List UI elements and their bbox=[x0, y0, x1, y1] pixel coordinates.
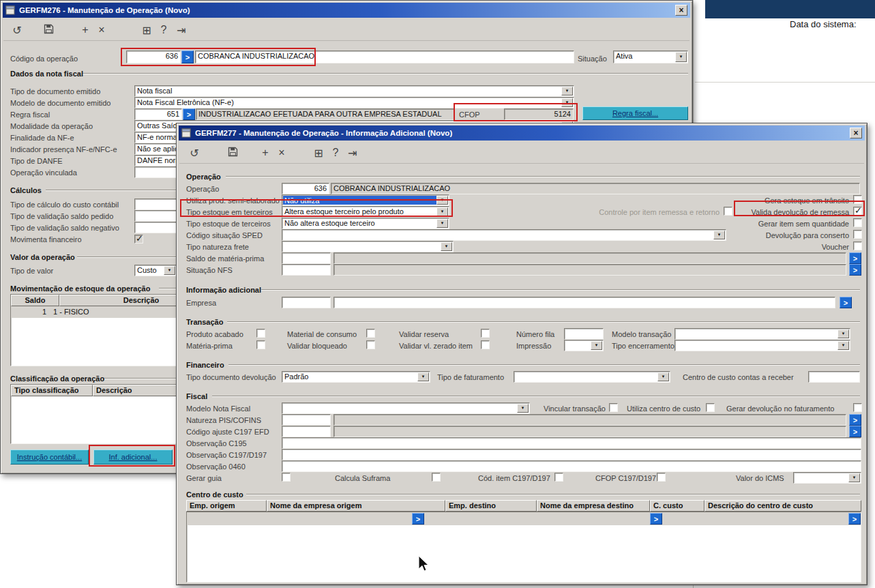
modelo-documento-select[interactable]: Nota Fiscal Eletrônica (NF-e) bbox=[134, 97, 574, 108]
controle-item-remessa-checkbox[interactable] bbox=[724, 207, 732, 216]
natureza-lookup-button[interactable] bbox=[849, 414, 861, 426]
cc-custo-lookup-button[interactable] bbox=[848, 513, 861, 525]
modelo-nota-fiscal-select[interactable] bbox=[282, 402, 530, 414]
save-button[interactable] bbox=[40, 22, 57, 38]
material-consumo-checkbox[interactable] bbox=[366, 329, 375, 338]
observacao-c197-input[interactable] bbox=[282, 449, 861, 460]
validar-bloqueado-checkbox[interactable] bbox=[366, 340, 375, 349]
cc-col-emp-origem[interactable]: Emp. origem bbox=[186, 500, 267, 512]
produto-acabado-label: Produto acabado bbox=[186, 330, 243, 338]
empresa-lookup-button[interactable] bbox=[840, 297, 852, 308]
valida-devolucao-checkbox[interactable] bbox=[853, 207, 862, 216]
calendar-button[interactable]: ⊞ bbox=[310, 145, 327, 161]
undo-button[interactable]: ↺ bbox=[186, 145, 203, 161]
regra-fiscal-button[interactable]: Regra fiscal... bbox=[582, 106, 688, 120]
observacao-c195-input[interactable] bbox=[282, 437, 861, 449]
tipo-estoque-de-terceiros-select[interactable]: Não altera estoque terceiro bbox=[282, 218, 449, 229]
calcula-suframa-checkbox[interactable] bbox=[432, 473, 441, 482]
numero-fila-input[interactable] bbox=[564, 328, 604, 340]
system-date-label: Data do sistema: bbox=[790, 19, 857, 29]
gerar-guia-checkbox[interactable] bbox=[282, 473, 291, 482]
situacao-nfs-lookup-button[interactable] bbox=[849, 264, 861, 276]
close-button-277[interactable]: × bbox=[850, 128, 862, 138]
saldo-mp-lookup-button[interactable] bbox=[849, 252, 861, 264]
delete-button[interactable]: × bbox=[273, 145, 290, 161]
operacao-vinculada-input[interactable] bbox=[134, 166, 177, 178]
gerar-item-sem-quantidade-checkbox[interactable] bbox=[853, 218, 862, 227]
situacao-nfs-input[interactable] bbox=[282, 264, 331, 276]
devolucao-conserto-checkbox[interactable] bbox=[853, 230, 862, 239]
valor-icms-select[interactable] bbox=[793, 472, 861, 484]
cc-row[interactable] bbox=[187, 512, 861, 525]
tipo-danfe-label: Tipo de DANFE bbox=[10, 157, 63, 165]
produto-acabado-checkbox[interactable] bbox=[256, 329, 265, 338]
tipo-documento-select[interactable]: Nota fiscal bbox=[134, 85, 574, 97]
codigo-situacao-sped-select[interactable] bbox=[282, 229, 726, 241]
tipo-encerramento-select[interactable] bbox=[674, 340, 850, 351]
cod-item-c197-checkbox[interactable] bbox=[554, 473, 563, 482]
cc-origem-lookup-button[interactable] bbox=[412, 513, 424, 525]
validar-zerado-checkbox[interactable] bbox=[481, 340, 490, 349]
new-button[interactable]: + bbox=[77, 22, 93, 38]
validacao-saldo-negativo-input[interactable] bbox=[134, 222, 177, 233]
instrucao-contabil-button[interactable]: Instrução contábil... bbox=[10, 450, 89, 465]
exit-button[interactable]: ⇥ bbox=[173, 22, 190, 38]
ajuste-lookup-button[interactable] bbox=[849, 426, 861, 437]
utiliza-centro-custo-checkbox[interactable] bbox=[706, 403, 715, 412]
observacao-0460-input[interactable] bbox=[282, 460, 861, 472]
validacao-saldo-pedido-input[interactable] bbox=[134, 210, 177, 222]
codigo-descricao-input[interactable]: COBRANCA INDUSTRIALIZACAO bbox=[195, 50, 574, 63]
new-button[interactable]: + bbox=[257, 145, 273, 161]
gerar-devolucao-faturamento-checkbox[interactable] bbox=[853, 403, 862, 412]
semi-elaborado-select[interactable]: Não utiliza bbox=[282, 194, 449, 206]
exit-button[interactable]: ⇥ bbox=[344, 145, 361, 161]
undo-button[interactable]: ↺ bbox=[9, 22, 25, 38]
empresa-input[interactable] bbox=[282, 297, 331, 308]
vincular-transacao-checkbox[interactable] bbox=[609, 403, 618, 412]
regra-lookup-button[interactable] bbox=[183, 108, 195, 120]
titlebar-277[interactable]: GERFM277 - Manutenção de Operação - Info… bbox=[179, 126, 865, 141]
cfop-c197-checkbox[interactable] bbox=[657, 473, 666, 482]
help-button[interactable]: ? bbox=[155, 22, 172, 38]
tipo-documento-devolucao-select[interactable]: Padrão bbox=[282, 371, 430, 383]
save-button[interactable] bbox=[224, 145, 241, 161]
help-button[interactable]: ? bbox=[327, 145, 344, 161]
tipo-natureza-frete-select[interactable] bbox=[282, 241, 454, 252]
empresa-desc-input[interactable] bbox=[333, 297, 835, 308]
voucher-checkbox[interactable] bbox=[853, 241, 862, 250]
estoque-col-saldo[interactable]: Saldo bbox=[11, 295, 59, 306]
codigo-lookup-button[interactable] bbox=[181, 50, 194, 63]
cc-destino-lookup-button[interactable] bbox=[650, 513, 662, 525]
cc-col-c-custo[interactable]: C. custo bbox=[650, 500, 705, 512]
gera-estoque-transito-checkbox[interactable] bbox=[853, 195, 862, 204]
classificacao-col-tipo[interactable]: Tipo classificação bbox=[11, 385, 93, 396]
tipo-faturamento-select[interactable] bbox=[514, 371, 670, 383]
regra-fiscal-input[interactable]: 651 bbox=[134, 108, 182, 120]
codigo-operacao-input[interactable]: 636 bbox=[126, 50, 181, 63]
close-button-276[interactable]: × bbox=[675, 5, 687, 16]
cc-col-descricao[interactable]: Descrição do centro de custo bbox=[705, 500, 861, 512]
tipo-valor-select[interactable]: Custo bbox=[134, 265, 177, 276]
calendar-button[interactable]: ⊞ bbox=[138, 22, 155, 38]
group-valor-operacao: Valor da operação bbox=[10, 253, 75, 261]
movimenta-financeiro-checkbox[interactable] bbox=[134, 235, 143, 244]
situacao-select[interactable]: Ativa bbox=[613, 50, 688, 63]
inf-adicional-button[interactable]: Inf. adicional... bbox=[93, 450, 173, 465]
cc-col-emp-destino[interactable]: Emp. destino bbox=[445, 500, 537, 512]
estoque-row[interactable]: 1 1 - FISICO bbox=[11, 306, 176, 318]
operacao-input[interactable]: 636 bbox=[282, 183, 329, 194]
centro-custo-receber-input[interactable] bbox=[808, 371, 860, 383]
modelo-transacao-select[interactable] bbox=[674, 328, 850, 340]
natureza-pis-cofins-input[interactable] bbox=[282, 414, 331, 426]
cc-col-nome-destino[interactable]: Nome da empresa destino bbox=[537, 500, 650, 512]
codigo-ajuste-c197-input[interactable] bbox=[282, 426, 331, 437]
validar-reserva-checkbox[interactable] bbox=[481, 329, 490, 338]
saldo-materia-prima-input[interactable] bbox=[282, 252, 331, 264]
materia-prima-checkbox[interactable] bbox=[256, 340, 265, 349]
tipo-calculo-custo-input[interactable] bbox=[134, 199, 177, 210]
titlebar-276[interactable]: GERFM276 - Manutenção de Operação (Novo) bbox=[3, 3, 690, 18]
cc-col-nome-origem[interactable]: Nome da empresa origem bbox=[267, 500, 445, 512]
impressao-select[interactable] bbox=[564, 340, 604, 351]
tipo-estoque-em-terceiros-select[interactable]: Altera estoque terceiro pelo produto bbox=[282, 206, 449, 218]
delete-button[interactable]: × bbox=[93, 22, 110, 38]
